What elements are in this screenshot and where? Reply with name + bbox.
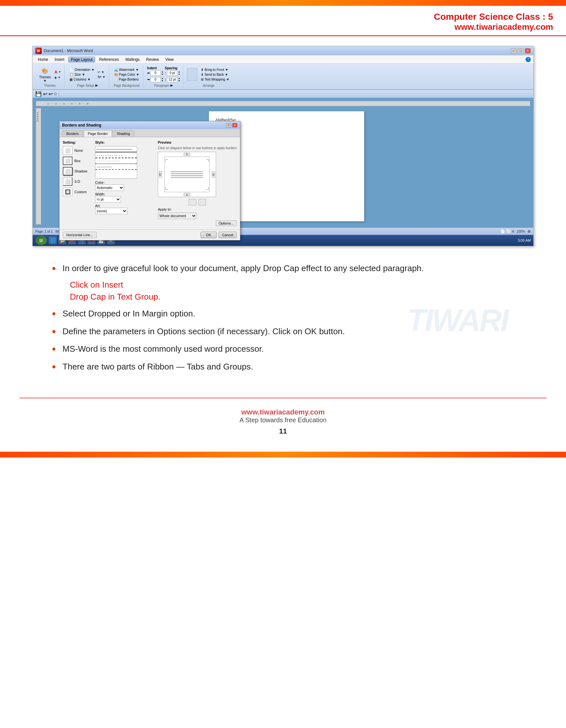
preview-top-btn[interactable]: ⊓ [184,153,190,156]
setting-shadow[interactable]: ⬜ Shadow [63,167,92,175]
send-to-back-btn[interactable]: ⬇ Send to Back ▼ [200,72,230,77]
spacing-after-up[interactable]: ▲ [178,77,180,80]
zoom-slider[interactable]: ⊕ [527,229,531,234]
dialog-help-btn[interactable]: ? [226,123,231,127]
spacing-before-up[interactable]: ▲ [178,71,180,73]
menu-insert[interactable]: Insert [52,57,67,62]
dialog-tab-shading[interactable]: Shading [113,130,134,137]
spacing-after-down[interactable]: ▼ [178,80,180,82]
columns-icon: ▦ [70,78,72,81]
theme-effects-btn[interactable]: ◈▼ [53,75,62,80]
dialog-title-bar: Borders and Shading ? ✕ [60,121,240,129]
dialog-close-btn[interactable]: ✕ [232,123,238,127]
linenumbers-btn[interactable]: b≡ ▼ [97,75,106,79]
outline-btn[interactable]: ≡ [512,229,514,234]
spacing-after-input[interactable] [167,77,177,82]
menu-review[interactable]: Review [144,57,161,62]
spacing-after-spin: ↓ ▲ ▼ [165,77,180,82]
menu-view[interactable]: View [163,57,176,62]
menu-pagelayout[interactable]: Page Layout [68,57,95,62]
columns-btn[interactable]: ▦ Columns ▼ [69,77,95,82]
art-select[interactable]: (none) [95,208,128,214]
preview-label: Preview [158,140,237,144]
width-select[interactable]: ½ pt [95,196,121,203]
indent-left-input[interactable] [150,71,161,76]
start-button[interactable]: ⊞ [35,236,47,245]
taskbar-ie-icon[interactable]: 🌐 [49,237,57,244]
dialog-tab-pageborder[interactable]: Page Border [84,130,112,137]
page-number: 11 [19,427,547,436]
options-btn[interactable]: Options... [216,220,237,226]
preview-btn-2[interactable] [198,199,206,205]
custom-label: Custom [74,190,87,194]
pagesetup-dialog-launcher[interactable]: ▶ [95,83,98,87]
text-wrapping-btn[interactable]: ⊞ Text Wrapping ▼ [200,77,230,82]
indent-left-up[interactable]: ▲ [161,71,164,73]
orientation-btn[interactable]: 📄 Orientation ▼ [69,68,95,72]
font-color-btn[interactable]: A▼ [53,69,62,75]
paragraph-dialog-launcher[interactable]: ▶ [171,83,173,87]
setting-custom[interactable]: 🔲 Custom [63,188,92,196]
preview-bottom-btn[interactable]: ⊔ [184,193,190,196]
style-dotted[interactable]: · · · · · · · · · · · · [95,158,137,164]
horizontal-line-btn[interactable]: Horizontal Line... [63,232,97,238]
bring-front-icon: ⬆ [201,68,204,72]
watermark-btn[interactable]: 🌊 Watermark ▼ [113,68,140,72]
qa-save-icon[interactable]: 💾 [35,91,42,97]
doc-area: · 1 · · · · 2 · · · · 3 · · · · 4 · · · … [33,98,533,228]
preview-btn-1[interactable] [189,199,196,205]
preview-box[interactable]: ⊓ ⊏ ⊐ [158,152,216,197]
breaks-btn[interactable]: ↵ ▼ [97,70,106,74]
style-list[interactable]: ────────────── - - - - - - - - - - - - ·… [95,146,137,179]
indent-right-input[interactable] [150,77,161,82]
indent-right-up[interactable]: ▲ [161,77,164,80]
menu-mailings[interactable]: Mailings [123,57,142,62]
setting-box[interactable]: ⬜ Box [63,157,92,165]
style-dash-dot[interactable]: -·-·-·-·-·-·-· [95,164,137,170]
spacing-before-input[interactable] [167,71,177,76]
setting-none[interactable]: ⬜ None [63,146,92,155]
size-btn[interactable]: 📋 Size ▼ [69,72,95,77]
doc-container: · 1 · · · · 2 · · · · 3 · · · · 4 · · · … [36,101,530,225]
help-icon[interactable]: ? [526,57,531,62]
menu-home[interactable]: Home [35,57,51,62]
spacing-before-down[interactable]: ▼ [178,73,180,76]
close-btn[interactable]: ✕ [525,48,531,53]
qa-undo-icon[interactable]: ↩ [43,91,47,97]
pageborders-btn[interactable]: ⬜ Page Borders [113,77,140,82]
apply-label: Apply to: [158,207,237,211]
bullet-dot-4: ● [52,344,56,354]
ribbon-group-paragraph: Indent ⬅ ▲ ▼ ➡ [145,65,183,88]
menu-references[interactable]: References [96,57,121,62]
themes-btn[interactable]: 🎨 Themes▼ [38,66,52,83]
minimize-btn[interactable]: ─ [511,48,516,53]
style-dashed[interactable]: - - - - - - - - - - - - [95,152,137,158]
preview-section: Preview Click on diagram below or use bu… [158,140,237,226]
restore-btn[interactable]: □ [518,48,524,53]
pagesetup-content: 📄 Orientation ▼ 📋 Size ▼ ▦ Columns ▼ ↵ ▼ [69,66,106,83]
indent-right-down[interactable]: ▼ [161,80,164,82]
apply-select[interactable]: Whole document [158,213,197,219]
dialog-tab-borders[interactable]: Borders [62,130,83,137]
setting-3d[interactable]: ⬜ 3-D [63,177,92,186]
pagecolor-btn[interactable]: 🎨 Page Color ▼ [113,72,140,77]
bullet-dot-1: ● [52,263,56,273]
fullscreen-btn[interactable]: ⬜ [506,229,511,234]
shadow-label: Shadow [74,169,87,173]
indent-left-down[interactable]: ▼ [161,73,164,76]
orientation-icon: 📄 [70,68,73,72]
preview-left-btn[interactable]: ⊏ [159,171,162,178]
preview-right-btn[interactable]: ⊐ [212,171,215,178]
themes-label: Themes▼ [39,75,51,83]
indent-left-spin: ⬅ ▲ ▼ [147,71,164,76]
print-view-btn[interactable]: 📄 [500,229,505,234]
color-select[interactable]: Automatic [95,184,124,191]
dialog-tabs: Borders Page Border Shading [60,129,240,137]
style-solid[interactable]: ────────────── [95,147,137,152]
ribbon-group-pagebg: 🌊 Watermark ▼ 🎨 Page Color ▼ ⬜ Page Bord… [111,65,143,88]
bring-to-front-btn[interactable]: ⬆ Bring to Front ▼ [200,68,230,72]
ribbon-group-themes: 🎨 Themes▼ A▼ ◈▼ Themes [35,65,65,88]
cancel-btn[interactable]: Cancel [219,232,237,238]
ok-btn[interactable]: OK [201,232,217,238]
qa-undo2-icon[interactable]: ↩ [49,91,53,97]
